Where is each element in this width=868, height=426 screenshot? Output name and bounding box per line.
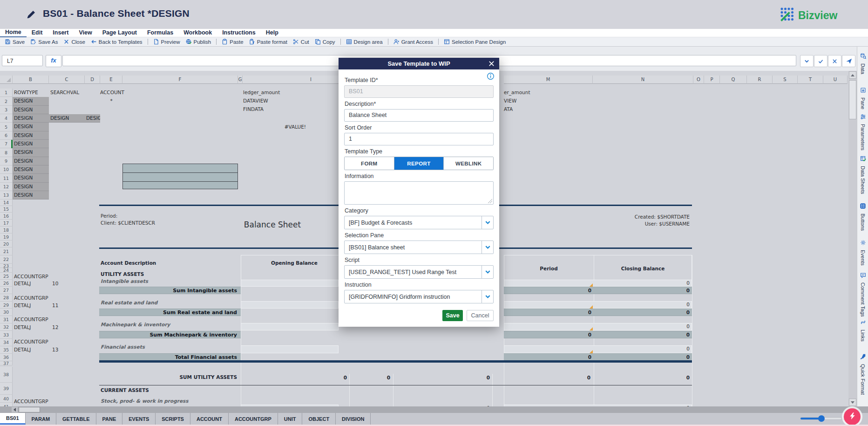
chevron-down-icon[interactable]: [481, 241, 493, 254]
zoom-slider[interactable]: [800, 417, 842, 420]
toolbar-button-preview[interactable]: Preview: [150, 38, 183, 46]
column-header-N[interactable]: N: [593, 76, 693, 84]
formula-confirm-button[interactable]: [814, 55, 827, 67]
column-header-S[interactable]: S: [773, 76, 798, 84]
row-header-8[interactable]: 8: [0, 148, 13, 157]
row-header-20[interactable]: 20: [0, 240, 13, 247]
menu-item-workbook[interactable]: Workbook: [178, 29, 217, 37]
row-header-21[interactable]: 21: [0, 247, 13, 255]
row-header-25[interactable]: 25: [0, 273, 13, 280]
column-header-F[interactable]: F: [122, 76, 238, 84]
sheet-tab-object[interactable]: OBJECT: [302, 413, 336, 425]
row-header-33[interactable]: 33: [0, 331, 13, 339]
row-header-3[interactable]: 3: [0, 106, 13, 114]
name-box[interactable]: L7: [2, 55, 43, 66]
row-header-31[interactable]: 31: [0, 316, 13, 323]
toolbar-button-paste-format[interactable]: Paste format: [246, 38, 290, 46]
template-type-option-weblink[interactable]: WEBLINK: [444, 157, 493, 170]
row-header-39[interactable]: 39: [0, 383, 13, 395]
toolbar-button-copy[interactable]: Copy: [312, 38, 338, 46]
toolbar-button-back-to-templates[interactable]: Back to Templates: [88, 38, 145, 46]
row-header-24[interactable]: 24: [0, 268, 13, 273]
row-header-16[interactable]: 16: [0, 213, 13, 220]
template-type-option-form[interactable]: FORM: [345, 157, 394, 170]
row-header-27[interactable]: 27: [0, 287, 13, 294]
formula-collapse-button[interactable]: [800, 55, 814, 67]
panel-toggle-data-sheets[interactable]: Data Sheets: [857, 155, 868, 194]
row-header-22[interactable]: 22: [0, 255, 13, 264]
horizontal-scrollbar[interactable]: [0, 406, 868, 413]
feedback-button[interactable]: [844, 408, 861, 425]
chevron-down-icon[interactable]: [481, 290, 493, 303]
sheet-tab-account[interactable]: ACCOUNT: [190, 413, 229, 425]
save-button[interactable]: Save: [442, 310, 463, 321]
row-header-11[interactable]: 11: [0, 174, 13, 183]
column-header-E[interactable]: E: [100, 76, 122, 84]
row-header-34[interactable]: 34: [0, 339, 13, 346]
row-header-5[interactable]: 5: [0, 123, 13, 131]
information-field[interactable]: [344, 181, 494, 205]
horizontal-scroll-thumb[interactable]: [19, 407, 40, 412]
row-header-12[interactable]: 12: [0, 183, 13, 191]
category-select[interactable]: [BF] Budget & Forecasts: [344, 216, 494, 229]
row-header-35[interactable]: 35: [0, 346, 13, 354]
cancel-button[interactable]: Cancel: [467, 310, 494, 321]
formula-cancel-button[interactable]: [828, 55, 841, 67]
toolbar-button-close[interactable]: Close: [61, 38, 88, 46]
toolbar-button-selection-pane-design[interactable]: Selection Pane Design: [441, 38, 509, 46]
panel-toggle-comment-tags[interactable]: Comment Tags: [857, 272, 868, 317]
menu-item-help[interactable]: Help: [261, 29, 284, 37]
menu-item-insert[interactable]: Insert: [47, 29, 74, 37]
sheet-tab-accountgrp[interactable]: ACCOUNTGRP: [229, 413, 278, 425]
row-header-41[interactable]: 41: [0, 403, 13, 406]
vertical-scrollbar[interactable]: [848, 71, 857, 406]
column-header-P[interactable]: P: [704, 76, 720, 84]
column-header-T[interactable]: T: [798, 76, 823, 84]
toolbar-button-cut[interactable]: Cut: [290, 38, 312, 46]
row-header-7[interactable]: 7: [0, 140, 13, 148]
menu-item-page-layout[interactable]: Page Layout: [97, 29, 142, 37]
row-header-17[interactable]: 17: [0, 220, 13, 227]
row-header-15[interactable]: 15: [0, 206, 13, 213]
selection-pane-select[interactable]: [BS01] Balance sheet: [344, 240, 494, 254]
row-header-30[interactable]: 30: [0, 309, 13, 316]
row-header-10[interactable]: 10: [0, 165, 13, 174]
script-select[interactable]: [USED_RANGE_TEST] Used Range Test: [344, 265, 494, 279]
panel-toggle-quick-format[interactable]: Quick Format: [857, 353, 868, 395]
resize-grip-icon[interactable]: [488, 199, 492, 203]
menu-item-view[interactable]: View: [74, 29, 97, 37]
row-header-32[interactable]: 32: [0, 323, 13, 331]
column-header-C[interactable]: C: [49, 76, 85, 84]
sheet-tab-events[interactable]: EVENTS: [122, 413, 156, 425]
panel-toggle-data[interactable]: Data: [857, 53, 868, 74]
panel-toggle-events[interactable]: Events: [857, 239, 868, 266]
column-header-O[interactable]: O: [693, 76, 704, 84]
toolbar-button-save[interactable]: Save: [2, 38, 27, 46]
select-all-corner[interactable]: [0, 76, 13, 84]
menu-item-edit[interactable]: Edit: [27, 29, 48, 37]
sheet-tab-bs01[interactable]: BS01: [0, 413, 26, 425]
panel-toggle-links[interactable]: Links: [857, 319, 868, 342]
sort-order-field[interactable]: 1: [344, 133, 494, 145]
column-header-D[interactable]: D: [85, 76, 100, 84]
scroll-left-arrow-icon[interactable]: [12, 407, 18, 412]
formula-send-button[interactable]: [842, 55, 855, 67]
row-header-2[interactable]: 2: [0, 97, 13, 106]
sheet-tab-pane[interactable]: PANE: [96, 413, 123, 425]
panel-toggle-parameters[interactable]: Parameters: [857, 113, 868, 151]
instruction-select[interactable]: [GRIDFORMINFO] Gridform instruction: [344, 290, 494, 303]
menu-item-home[interactable]: Home: [0, 28, 27, 37]
row-header-29[interactable]: 29: [0, 302, 13, 309]
row-header-28[interactable]: 28: [0, 294, 13, 302]
panel-toggle-buttons[interactable]: Buttons: [857, 203, 868, 231]
column-header-R[interactable]: R: [747, 76, 773, 84]
info-icon[interactable]: [487, 72, 495, 82]
close-icon[interactable]: [488, 60, 495, 69]
sheet-tab-division[interactable]: DIVISION: [336, 413, 371, 425]
chevron-down-icon[interactable]: [481, 266, 493, 278]
row-header-38[interactable]: 38: [0, 367, 13, 383]
toolbar-button-grant-access[interactable]: Grant Access: [391, 38, 436, 46]
description-field[interactable]: Balance Sheet: [344, 109, 494, 122]
scroll-up-arrow-icon[interactable]: [849, 71, 856, 79]
vertical-scroll-thumb[interactable]: [849, 80, 856, 119]
